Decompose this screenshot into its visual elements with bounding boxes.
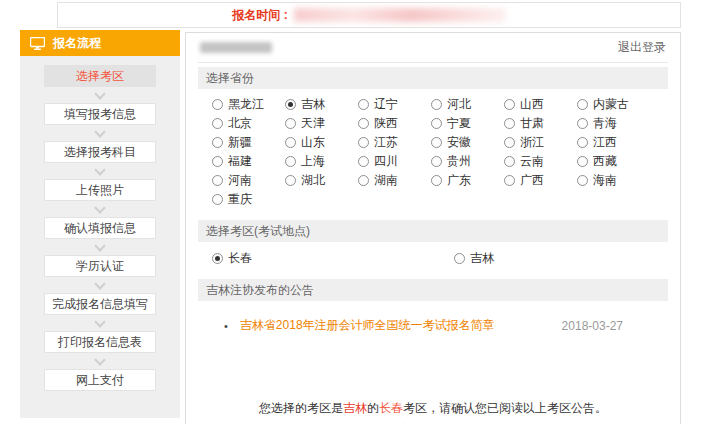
province-label: 山东 — [301, 134, 325, 151]
registration-time-redacted-value — [294, 8, 506, 22]
province-option-27[interactable]: 湖南 — [358, 174, 431, 186]
radio-icon[interactable] — [212, 156, 223, 167]
province-option-12[interactable]: 青海 — [577, 117, 650, 129]
province-option-7[interactable]: 北京 — [212, 117, 285, 129]
radio-icon[interactable] — [431, 175, 442, 186]
radio-icon[interactable] — [212, 137, 223, 148]
province-option-28[interactable]: 广东 — [431, 174, 504, 186]
monitor-icon — [30, 37, 45, 50]
radio-icon[interactable] — [358, 175, 369, 186]
province-label: 福建 — [228, 153, 252, 170]
radio-icon[interactable] — [431, 118, 442, 129]
radio-icon[interactable] — [504, 175, 515, 186]
chevron-down-icon — [94, 316, 105, 327]
panel-header: 退出登录 — [198, 33, 668, 63]
confirm-suffix: 考区，请确认您已阅读以上考区公告。 — [403, 401, 607, 415]
province-option-6[interactable]: 内蒙古 — [577, 98, 650, 110]
logout-link[interactable]: 退出登录 — [618, 39, 666, 56]
radio-icon[interactable] — [577, 99, 588, 110]
province-option-25[interactable]: 河南 — [212, 174, 285, 186]
exam-area-label: 长春 — [228, 250, 252, 267]
province-option-26[interactable]: 湖北 — [285, 174, 358, 186]
radio-icon[interactable] — [358, 118, 369, 129]
exam-area-option-1[interactable]: 长春 — [212, 252, 454, 264]
province-label: 江苏 — [374, 134, 398, 151]
province-label: 浙江 — [520, 134, 544, 151]
radio-icon[interactable] — [431, 156, 442, 167]
province-option-18[interactable]: 江西 — [577, 136, 650, 148]
radio-icon[interactable] — [577, 118, 588, 129]
radio-icon[interactable] — [285, 118, 296, 129]
radio-icon[interactable] — [285, 156, 296, 167]
province-option-19[interactable]: 福建 — [212, 155, 285, 167]
radio-icon[interactable] — [504, 137, 515, 148]
province-label: 陕西 — [374, 115, 398, 132]
province-option-17[interactable]: 浙江 — [504, 136, 577, 148]
sidebar-step-print-registration-form[interactable]: 打印报名信息表 — [44, 331, 156, 353]
sidebar-step-fill-registration-info[interactable]: 填写报考信息 — [44, 103, 156, 125]
radio-icon[interactable] — [212, 118, 223, 129]
province-option-1[interactable]: 黑龙江 — [212, 98, 285, 110]
radio-icon[interactable] — [212, 194, 223, 205]
username-redacted — [200, 42, 272, 53]
chevron-down-icon — [94, 240, 105, 251]
radio-icon[interactable] — [358, 99, 369, 110]
province-option-23[interactable]: 云南 — [504, 155, 577, 167]
sidebar-step-education-certification[interactable]: 学历认证 — [44, 255, 156, 277]
province-option-24[interactable]: 西藏 — [577, 155, 650, 167]
province-option-29[interactable]: 广西 — [504, 174, 577, 186]
notice-date: 2018-03-27 — [562, 319, 623, 333]
province-option-4[interactable]: 河北 — [431, 98, 504, 110]
notice-link[interactable]: 吉林省2018年注册会计师全国统一考试报名简章 — [240, 317, 495, 334]
radio-icon[interactable] — [577, 156, 588, 167]
radio-icon[interactable] — [212, 175, 223, 186]
province-option-16[interactable]: 安徽 — [431, 136, 504, 148]
province-option-13[interactable]: 新疆 — [212, 136, 285, 148]
province-option-10[interactable]: 宁夏 — [431, 117, 504, 129]
radio-icon[interactable] — [504, 99, 515, 110]
province-label: 辽宁 — [374, 96, 398, 113]
province-option-21[interactable]: 四川 — [358, 155, 431, 167]
radio-icon[interactable] — [358, 137, 369, 148]
radio-icon[interactable] — [285, 99, 296, 110]
province-option-20[interactable]: 上海 — [285, 155, 358, 167]
province-option-2[interactable]: 吉林 — [285, 98, 358, 110]
sidebar-step-complete-registration-info[interactable]: 完成报名信息填写 — [44, 293, 156, 315]
province-option-31[interactable]: 重庆 — [212, 193, 285, 205]
radio-icon[interactable] — [577, 137, 588, 148]
province-label: 四川 — [374, 153, 398, 170]
radio-icon[interactable] — [358, 156, 369, 167]
province-label: 山西 — [520, 96, 544, 113]
province-option-30[interactable]: 海南 — [577, 174, 650, 186]
province-option-15[interactable]: 江苏 — [358, 136, 431, 148]
chevron-down-icon — [94, 126, 105, 137]
radio-icon[interactable] — [212, 99, 223, 110]
province-option-22[interactable]: 贵州 — [431, 155, 504, 167]
province-option-8[interactable]: 天津 — [285, 117, 358, 129]
radio-icon[interactable] — [431, 137, 442, 148]
radio-icon[interactable] — [504, 118, 515, 129]
radio-icon[interactable] — [285, 175, 296, 186]
exam-area-option-2[interactable]: 吉林 — [454, 252, 668, 264]
province-label: 黑龙江 — [228, 96, 264, 113]
province-option-11[interactable]: 甘肃 — [504, 117, 577, 129]
radio-icon[interactable] — [212, 253, 223, 264]
radio-icon[interactable] — [504, 156, 515, 167]
province-option-9[interactable]: 陕西 — [358, 117, 431, 129]
sidebar-step-online-payment[interactable]: 网上支付 — [44, 369, 156, 391]
radio-icon[interactable] — [454, 253, 465, 264]
sidebar-step-select-exam-subjects[interactable]: 选择报考科目 — [44, 141, 156, 163]
notice-item-1: •吉林省2018年注册会计师全国统一考试报名简章2018-03-27 — [224, 317, 668, 334]
registration-time-bar: 报名时间 : — [57, 2, 681, 28]
province-label: 西藏 — [593, 153, 617, 170]
sidebar-step-confirm-filled-info[interactable]: 确认填报信息 — [44, 217, 156, 239]
radio-icon[interactable] — [285, 137, 296, 148]
sidebar-step-upload-photo[interactable]: 上传照片 — [44, 179, 156, 201]
sidebar-step-select-exam-area[interactable]: 选择考区 — [44, 65, 156, 87]
province-option-14[interactable]: 山东 — [285, 136, 358, 148]
radio-icon[interactable] — [577, 175, 588, 186]
province-option-5[interactable]: 山西 — [504, 98, 577, 110]
radio-icon[interactable] — [431, 99, 442, 110]
province-option-3[interactable]: 辽宁 — [358, 98, 431, 110]
province-label: 湖北 — [301, 172, 325, 189]
